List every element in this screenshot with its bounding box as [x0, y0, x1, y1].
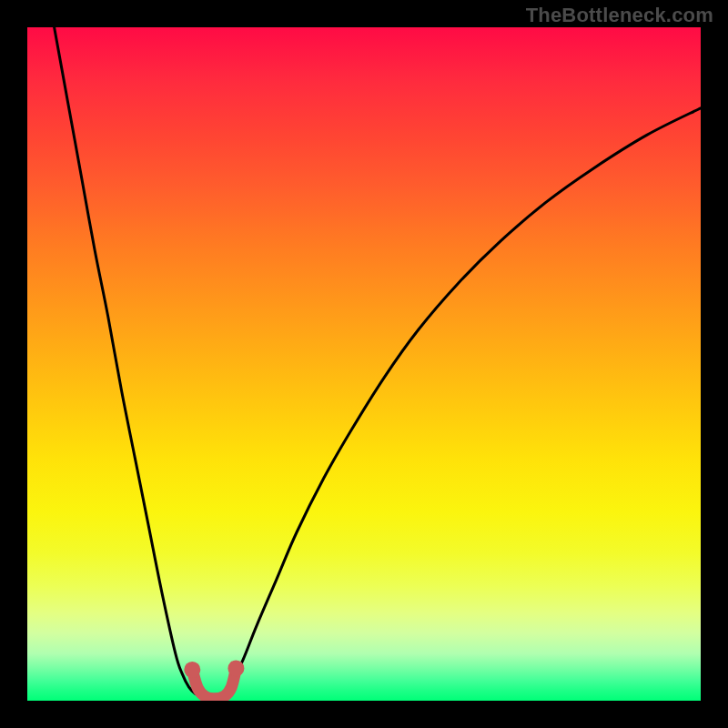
- left-curve-line: [55, 27, 203, 697]
- valley-dot-right-icon: [228, 660, 244, 676]
- plot-area: [27, 27, 701, 701]
- watermark-text: TheBottleneck.com: [526, 4, 713, 27]
- curve-layer: [27, 27, 701, 701]
- chart-frame: TheBottleneck.com: [0, 0, 728, 728]
- right-curve-line: [223, 108, 701, 698]
- valley-dot-left-icon: [184, 662, 200, 678]
